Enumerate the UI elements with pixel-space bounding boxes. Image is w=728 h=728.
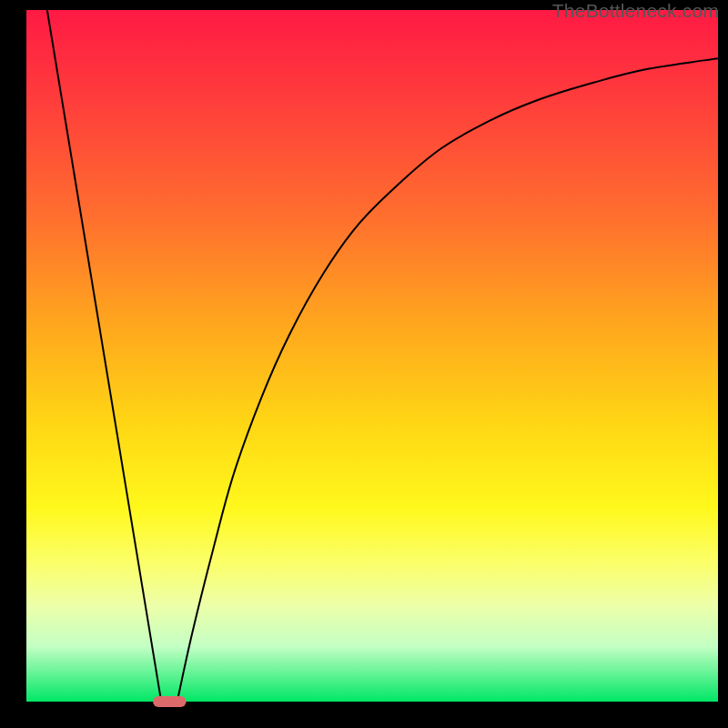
- right-curve-line: [177, 58, 718, 702]
- bottom-marker: [153, 696, 186, 707]
- chart-svg: [26, 10, 718, 702]
- plot-area: [26, 10, 718, 702]
- chart-frame: TheBottleneck.com: [0, 0, 728, 728]
- watermark-text: TheBottleneck.com: [552, 0, 719, 22]
- left-spike-line: [47, 10, 161, 702]
